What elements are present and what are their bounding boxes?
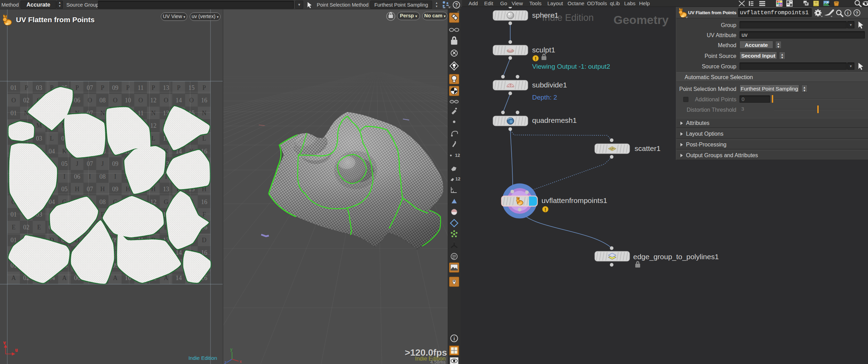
svg-text:01: 01 [10,211,17,218]
svg-text:I: I [64,173,66,180]
svg-text:E: E [12,224,16,231]
svg-text:y: y [230,347,232,352]
svg-text:scatter1: scatter1 [635,144,661,152]
svg-text:D: D [202,237,206,244]
svg-text:09: 09 [112,84,118,91]
svg-text:02: 02 [23,224,30,231]
svg-text:13: 13 [163,186,169,193]
svg-text:i: i [847,10,849,16]
svg-text:?: ? [855,10,858,16]
svg-text:Indie Edition: Indie Edition [188,355,217,361]
svg-text:P: P [75,84,79,91]
svg-text:03: 03 [36,84,42,91]
svg-text:N: N [151,110,156,117]
svg-text:x: x [240,359,242,364]
svg-text:12: 12 [455,176,460,181]
svg-text:I: I [114,173,116,180]
svg-text:Geometry: Geometry [613,13,669,26]
svg-text:H: H [100,186,105,193]
svg-text:15: 15 [188,84,195,91]
svg-text:08: 08 [99,173,106,180]
svg-text:L: L [50,135,53,142]
svg-text:01: 01 [10,84,17,91]
svg-text:subdivide1: subdivide1 [532,81,567,89]
svg-text:i: i [453,336,455,341]
svg-text:07: 07 [87,186,93,193]
svg-text:F: F [202,211,206,218]
svg-text:P: P [101,84,104,91]
svg-text:L: L [202,135,206,142]
svg-text:12: 12 [150,97,156,104]
svg-text:sphere1: sphere1 [532,11,559,19]
svg-text:Depth: 2: Depth: 2 [532,94,557,101]
svg-text:07: 07 [87,84,93,91]
svg-text:14: 14 [176,97,182,104]
svg-text:O: O [88,97,92,104]
svg-text:edge_group_to_polylines1: edge_group_to_polylines1 [633,253,719,261]
svg-text:u: u [15,348,18,353]
svg-text:O: O [113,97,117,104]
svg-text:L: L [151,135,155,142]
svg-text:06: 06 [74,173,80,180]
svg-text:v: v [3,340,6,345]
svg-text:05: 05 [61,186,68,193]
svg-text:11: 11 [138,84,143,91]
svg-text:09: 09 [112,186,118,193]
svg-text:14: 14 [176,274,182,281]
svg-text:quadremesh1: quadremesh1 [532,116,577,124]
svg-text:P: P [202,84,206,91]
svg-text:O: O [11,97,16,104]
svg-text:01: 01 [10,237,17,244]
svg-text:E: E [37,224,41,231]
svg-text:03: 03 [36,135,42,142]
svg-text:06: 06 [74,97,80,104]
svg-text:N: N [100,110,105,117]
svg-text:O: O [164,97,168,104]
svg-text:16: 16 [201,198,207,205]
svg-text:10: 10 [125,97,131,104]
svg-text:I: I [89,173,91,180]
svg-text:13: 13 [163,84,169,91]
svg-text:08: 08 [99,97,106,104]
svg-text:02: 02 [23,97,30,104]
svg-text:05: 05 [61,160,68,167]
svg-text:UV Flatten from Points: UV Flatten from Points [16,16,94,24]
svg-text:!: ! [545,206,546,212]
svg-text:O: O [189,97,194,104]
svg-text:J: J [101,160,104,167]
svg-text:J: J [76,160,78,167]
svg-text:O: O [138,97,143,104]
svg-text:07: 07 [87,160,93,167]
svg-text:sculpt1: sculpt1 [532,46,555,54]
svg-text:P: P [151,84,155,91]
svg-text:A: A [11,274,16,281]
svg-text:01: 01 [10,110,17,117]
svg-text:09: 09 [112,160,118,167]
svg-text:12: 12 [455,153,460,158]
svg-text:4.58ms: 4.58ms [430,359,446,364]
svg-text:12: 12 [150,122,156,129]
svg-text:Viewing Output -1: output2: Viewing Output -1: output2 [532,63,610,70]
svg-text:P: P [177,84,181,91]
svg-text:04: 04 [49,148,55,155]
svg-text:H: H [75,186,80,193]
svg-text:N: N [202,110,206,117]
svg-text:16: 16 [201,97,207,104]
svg-text:?: ? [455,2,458,8]
svg-text:A: A [62,274,67,281]
svg-text:G: G [164,198,168,205]
svg-text:z: z [224,360,226,364]
svg-text:08: 08 [99,198,106,205]
svg-text:A: A [113,274,117,281]
svg-text:!: ! [535,56,537,61]
svg-text:uvflattenfrompoints1: uvflattenfrompoints1 [542,196,607,204]
